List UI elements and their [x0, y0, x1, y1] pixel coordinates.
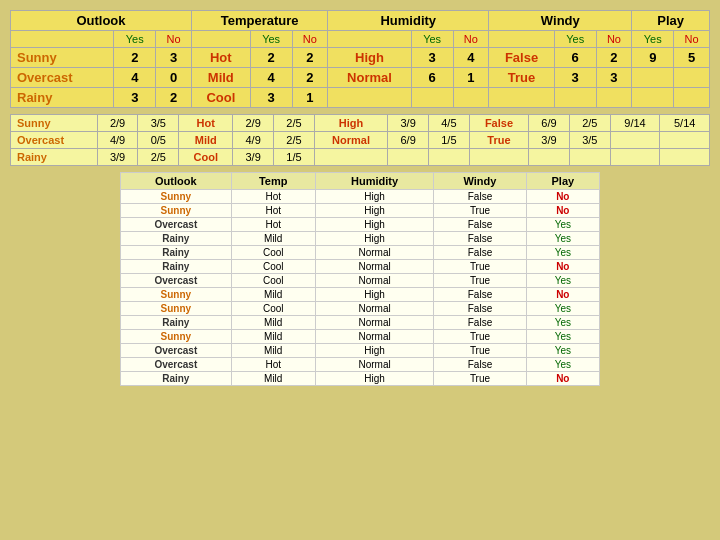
- stats-outlook-yes: 3/9: [97, 149, 138, 166]
- hum-label: Normal: [328, 68, 411, 88]
- detail-header: Humidity: [315, 173, 433, 190]
- detail-row: SunnyMildHighFalseNo: [121, 288, 600, 302]
- detail-temp: Mild: [231, 288, 315, 302]
- detail-play: Yes: [526, 358, 599, 372]
- windy-label-empty: [489, 31, 555, 48]
- stats-temp-label: Hot: [179, 115, 233, 132]
- play-no: [674, 88, 710, 108]
- stats-outlook-no: 3/5: [138, 115, 179, 132]
- group-humidity: Humidity: [328, 11, 489, 31]
- detail-row: OvercastHotNormalFalseYes: [121, 358, 600, 372]
- detail-windy: False: [434, 190, 526, 204]
- stats-temp-yes: 3/9: [233, 149, 274, 166]
- wind-no: 3: [596, 68, 632, 88]
- detail-outlook: Rainy: [121, 316, 232, 330]
- outlook-no: 3: [156, 48, 192, 68]
- stats-hum-label: High: [314, 115, 387, 132]
- stats-play-yes: [610, 132, 660, 149]
- hum-label: High: [328, 48, 411, 68]
- wind-no: 2: [596, 48, 632, 68]
- detail-outlook: Overcast: [121, 218, 232, 232]
- row-label: Overcast: [11, 68, 114, 88]
- stats-wind-label: [469, 149, 528, 166]
- detail-play: Yes: [526, 218, 599, 232]
- play-no-header: No: [674, 31, 710, 48]
- stats-table: Sunny 2/9 3/5 Hot 2/9 2/5 High 3/9 4/5 F…: [10, 114, 710, 166]
- hum-yes: 3: [411, 48, 453, 68]
- detail-temp: Mild: [231, 330, 315, 344]
- detail-temp: Hot: [231, 218, 315, 232]
- detail-windy: False: [434, 316, 526, 330]
- detail-outlook: Rainy: [121, 260, 232, 274]
- detail-header: Play: [526, 173, 599, 190]
- stats-outlook-no: 0/5: [138, 132, 179, 149]
- stats-hum-label: [314, 149, 387, 166]
- stats-hum-label: Normal: [314, 132, 387, 149]
- wind-label: True: [489, 68, 555, 88]
- detail-play: Yes: [526, 274, 599, 288]
- detail-play: No: [526, 288, 599, 302]
- detail-temp: Hot: [231, 190, 315, 204]
- detail-windy: True: [434, 274, 526, 288]
- detail-humidity: High: [315, 288, 433, 302]
- detail-windy: False: [434, 358, 526, 372]
- detail-outlook: Overcast: [121, 344, 232, 358]
- detail-play: No: [526, 204, 599, 218]
- group-outlook: Outlook: [11, 11, 192, 31]
- play-yes: [632, 68, 674, 88]
- stats-play-no: [660, 132, 710, 149]
- detail-temp: Mild: [231, 372, 315, 386]
- stats-wind-no: 3/5: [569, 132, 610, 149]
- temp-yes: 4: [250, 68, 292, 88]
- stats-hum-no: 1/5: [429, 132, 470, 149]
- play-no: 5: [674, 48, 710, 68]
- detail-outlook: Overcast: [121, 358, 232, 372]
- detail-humidity: High: [315, 372, 433, 386]
- detail-temp: Mild: [231, 344, 315, 358]
- detail-temp: Cool: [231, 260, 315, 274]
- stats-temp-yes: 4/9: [233, 132, 274, 149]
- stats-outlook-yes: 2/9: [97, 115, 138, 132]
- detail-windy: True: [434, 204, 526, 218]
- detail-row: RainyCoolNormalFalseYes: [121, 246, 600, 260]
- detail-windy: False: [434, 288, 526, 302]
- wind-yes: [554, 88, 596, 108]
- detail-humidity: High: [315, 344, 433, 358]
- detail-outlook: Rainy: [121, 232, 232, 246]
- row-label: Sunny: [11, 48, 114, 68]
- play-no: [674, 68, 710, 88]
- temp-no: 2: [292, 68, 328, 88]
- hum-yes: 6: [411, 68, 453, 88]
- detail-row: RainyMildNormalFalseYes: [121, 316, 600, 330]
- detail-humidity: Normal: [315, 274, 433, 288]
- hum-yes: [411, 88, 453, 108]
- detail-play: Yes: [526, 232, 599, 246]
- detail-humidity: Normal: [315, 246, 433, 260]
- hum-no: 4: [453, 48, 489, 68]
- stats-hum-yes: [388, 149, 429, 166]
- temp-label: Hot: [191, 48, 250, 68]
- hum-no: [453, 88, 489, 108]
- detail-temp: Mild: [231, 232, 315, 246]
- stats-play-no: [660, 149, 710, 166]
- stats-wind-no: [569, 149, 610, 166]
- detail-row: OvercastMildHighTrueYes: [121, 344, 600, 358]
- detail-outlook: Sunny: [121, 190, 232, 204]
- stats-hum-no: [429, 149, 470, 166]
- humidity-label-empty: [328, 31, 411, 48]
- detail-outlook: Sunny: [121, 302, 232, 316]
- detail-humidity: High: [315, 190, 433, 204]
- detail-windy: True: [434, 344, 526, 358]
- temp-yes: 2: [250, 48, 292, 68]
- detail-outlook: Sunny: [121, 288, 232, 302]
- group-temperature: Temperature: [191, 11, 327, 31]
- detail-outlook: Sunny: [121, 330, 232, 344]
- detail-row: SunnyMildNormalTrueYes: [121, 330, 600, 344]
- detail-temp: Cool: [231, 274, 315, 288]
- detail-row: OvercastHotHighFalseYes: [121, 218, 600, 232]
- detail-temp: Mild: [231, 316, 315, 330]
- wind-yes: 3: [554, 68, 596, 88]
- stats-wind-yes: 3/9: [529, 132, 570, 149]
- detail-temp: Hot: [231, 358, 315, 372]
- detail-windy: True: [434, 372, 526, 386]
